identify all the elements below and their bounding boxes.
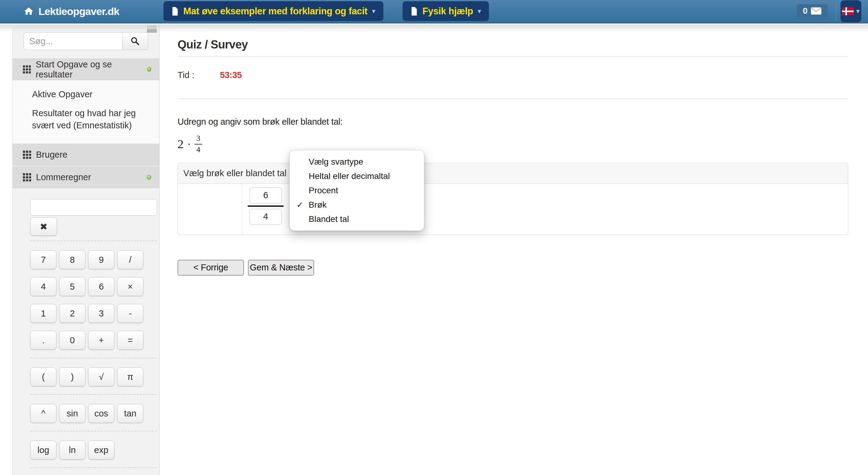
calculator-clear-button[interactable]: ✖ xyxy=(30,217,57,236)
calc-key--[interactable]: - xyxy=(117,304,143,323)
calc-key-.[interactable]: . xyxy=(30,331,56,350)
section-items: Aktive OpgaverResultater og hvad har jeg… xyxy=(12,80,159,143)
nav-menu-label: Fysik hjælp xyxy=(423,6,473,17)
calc-key-+[interactable]: + xyxy=(88,331,114,350)
calculator-keys: 789/456×123-.0+=()√π^sincostanloglnexp xyxy=(30,250,159,468)
dropdown-option-label: Vælg svartype xyxy=(309,157,363,167)
calc-divider xyxy=(30,431,157,432)
calc-key-×[interactable]: × xyxy=(117,277,143,296)
section-label: Start Opgave og se resultater xyxy=(36,59,147,80)
sidebar-item[interactable]: Aktive Opgaver xyxy=(32,88,150,100)
fraction-numerator: 3 xyxy=(194,134,202,145)
numerator-input[interactable] xyxy=(249,188,282,203)
calc-key-6[interactable]: 6 xyxy=(88,277,114,296)
section-label: Brugere xyxy=(36,150,67,160)
calc-key-3[interactable]: 3 xyxy=(88,304,114,323)
math-expression: 2 · 3 4 xyxy=(178,134,868,154)
page-title: Quiz / Survey xyxy=(178,38,868,51)
calc-key-/[interactable]: / xyxy=(117,250,143,269)
page: Lektieopgaver.dk Mat øve eksempler med f… xyxy=(0,0,868,475)
dropdown-option-label: Brøk xyxy=(309,200,327,210)
denominator-input[interactable] xyxy=(249,209,282,225)
search-input[interactable] xyxy=(24,32,122,50)
calc-divider xyxy=(30,394,157,395)
main-content: Quiz / Survey Tid : 53:35 Udregn og angi… xyxy=(160,24,868,475)
calc-key-7[interactable]: 7 xyxy=(30,250,56,269)
calc-key-π[interactable]: π xyxy=(117,368,143,386)
calc-key-9[interactable]: 9 xyxy=(88,250,114,269)
calc-key-4[interactable]: 4 xyxy=(30,277,56,296)
dropdown-option[interactable]: Heltal eller decimaltal xyxy=(290,169,424,183)
answer-type-label: Vælg brøk eller blandet tal xyxy=(183,168,287,178)
sidebar-item[interactable]: Resultater og hvad har jeg svært ved (Em… xyxy=(32,107,150,131)
envelope-icon xyxy=(811,7,822,15)
dropdown-option-label: Heltal eller decimaltal xyxy=(309,171,390,181)
expression-fraction: 3 4 xyxy=(194,134,202,154)
sidebar-section-header[interactable]: Brugere xyxy=(12,144,159,165)
search-button[interactable] xyxy=(122,32,148,50)
calc-key-)[interactable]: ) xyxy=(59,368,85,386)
nav-menu-fysik[interactable]: Fysik hjælp ▾ xyxy=(403,1,489,21)
answer-type-selector[interactable]: Vælg brøk eller blandet tal xyxy=(178,163,848,184)
fraction-answer-widget xyxy=(246,188,285,225)
multiplication-dot: · xyxy=(187,138,191,151)
chevron-down-icon: ▾ xyxy=(372,7,375,15)
chevron-down-icon: ▾ xyxy=(477,7,481,15)
calc-key-log[interactable]: log xyxy=(30,441,56,460)
status-dot-icon xyxy=(147,175,151,180)
calc-row: loglnexp xyxy=(30,441,159,460)
calc-key-2[interactable]: 2 xyxy=(59,304,85,323)
panel-toggle-icon[interactable] xyxy=(147,25,157,33)
calc-key-^[interactable]: ^ xyxy=(30,404,56,423)
sidebar-section-header[interactable]: Lommeregner xyxy=(12,166,159,188)
dropdown-option[interactable]: ✓Brøk xyxy=(290,197,424,212)
calc-key-0[interactable]: 0 xyxy=(59,331,85,350)
brand-text: Lektieopgaver.dk xyxy=(38,5,119,18)
expression-whole: 2 xyxy=(178,137,184,151)
messages-button[interactable]: 0 xyxy=(797,4,828,18)
calc-key-√[interactable]: √ xyxy=(88,368,114,386)
calc-row: 789/ xyxy=(30,250,159,269)
flag-denmark-icon xyxy=(842,7,854,15)
calc-divider xyxy=(30,467,157,468)
sidebar-search xyxy=(24,32,148,50)
calc-key-=[interactable]: = xyxy=(117,331,143,350)
section-label: Lommeregner xyxy=(36,172,91,182)
nav-menu-mat[interactable]: Mat øve eksempler med forklaring og faci… xyxy=(163,1,383,21)
timer-value: 53:35 xyxy=(220,70,242,80)
sidebar-section-header[interactable]: Start Opgave og se resultater xyxy=(12,59,159,80)
calc-key-sin[interactable]: sin xyxy=(59,404,85,423)
grid-icon xyxy=(23,173,31,181)
calc-key-exp[interactable]: exp xyxy=(88,441,114,460)
home-icon xyxy=(24,6,34,16)
calc-row: ()√π xyxy=(30,368,159,386)
calc-row: 456× xyxy=(30,277,159,296)
calc-key-cos[interactable]: cos xyxy=(88,404,114,423)
calculator: ✖ 789/456×123-.0+=()√π^sincostanloglnexp xyxy=(12,188,159,468)
dropdown-option-label: Blandet tal xyxy=(309,214,349,224)
answer-table-cell-empty xyxy=(178,184,242,234)
calc-row: 123- xyxy=(30,304,159,323)
messages-count: 0 xyxy=(803,6,808,16)
dropdown-option[interactable]: Blandet tal xyxy=(290,212,424,226)
calc-divider xyxy=(30,241,157,241)
dropdown-option[interactable]: Procent xyxy=(290,183,424,197)
dropdown-option-label: Procent xyxy=(309,186,338,195)
calc-key-ln[interactable]: ln xyxy=(59,441,85,460)
status-dot-icon xyxy=(147,67,152,72)
dropdown-option[interactable]: Vælg svartype xyxy=(290,155,424,169)
language-button[interactable]: ▾ xyxy=(841,0,861,22)
fraction-denominator: 4 xyxy=(196,145,200,154)
brand-logo[interactable]: Lektieopgaver.dk xyxy=(24,0,119,23)
top-navbar: Lektieopgaver.dk Mat øve eksempler med f… xyxy=(0,0,868,24)
save-next-button[interactable]: Gem & Næste > xyxy=(248,260,314,276)
previous-button[interactable]: < Forrige xyxy=(178,260,244,276)
calc-key-tan[interactable]: tan xyxy=(117,404,143,423)
calculator-display[interactable] xyxy=(30,199,157,216)
calc-key-1[interactable]: 1 xyxy=(30,304,56,323)
calc-key-([interactable]: ( xyxy=(30,368,56,386)
timer-row: Tid : 53:35 xyxy=(178,70,868,80)
calc-key-8[interactable]: 8 xyxy=(59,250,85,269)
calc-key-5[interactable]: 5 xyxy=(59,277,85,296)
check-icon: ✓ xyxy=(297,200,309,210)
